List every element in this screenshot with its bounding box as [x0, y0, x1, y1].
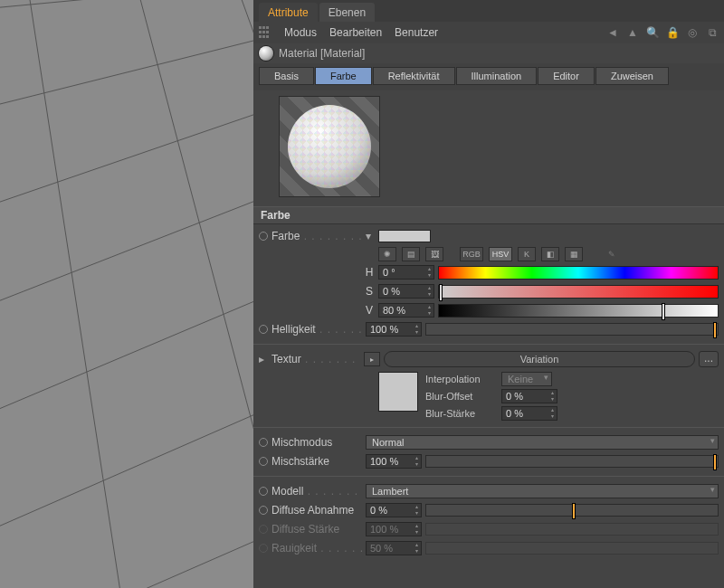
slider-sat[interactable]	[438, 285, 719, 299]
label-s: S	[364, 285, 375, 298]
panel-top-tabs: Attribute Ebenen	[253, 0, 724, 22]
chan-basis[interactable]: Basis	[259, 67, 314, 85]
expand-textur-icon[interactable]: ▸	[259, 353, 268, 365]
slider-diffuse-abnahme[interactable]	[425, 504, 719, 517]
label-v: V	[364, 304, 375, 317]
input-hue[interactable]: 0 °▴▾	[378, 265, 434, 280]
label-blur-offset: Blur-Offset	[425, 391, 496, 402]
svg-line-0	[0, 0, 253, 9]
anim-node-modell[interactable]	[259, 487, 268, 496]
chan-reflektivitaet[interactable]: Reflektivität	[373, 67, 455, 85]
input-helligkeit[interactable]: 100 %▴▾	[366, 322, 422, 337]
svg-line-8	[136, 0, 253, 588]
color-wheel-icon[interactable]: ✺	[378, 247, 396, 261]
slider-rauigkeit	[425, 542, 719, 555]
dropdown-modell[interactable]: Lambert	[366, 484, 719, 498]
label-farbe: Farbe	[272, 230, 362, 242]
section-header-farbe: Farbe	[253, 206, 724, 224]
label-mischstaerke: Mischstärke	[272, 455, 362, 468]
input-mischstaerke[interactable]: 100 %▴▾	[366, 454, 422, 469]
search-icon[interactable]: 🔍	[646, 26, 659, 39]
svg-line-5	[0, 407, 253, 534]
material-preview-row	[253, 90, 724, 206]
mode-kelvin[interactable]: K	[518, 247, 536, 261]
chan-illumination[interactable]: Illumination	[456, 67, 538, 85]
svg-line-2	[0, 109, 253, 208]
input-val[interactable]: 80 %▴▾	[378, 303, 434, 318]
input-diffuse-abnahme[interactable]: 0 %▴▾	[366, 503, 422, 517]
menu-bearbeiten[interactable]: Bearbeiten	[329, 26, 382, 39]
dropdown-mischmodus[interactable]: Normal	[366, 435, 719, 450]
label-diffuse-abnahme: Diffuse Abnahme	[272, 504, 362, 517]
viewport-3d[interactable]	[0, 0, 253, 588]
color-spectrum-icon[interactable]: ▤	[402, 247, 420, 261]
svg-line-7	[27, 0, 127, 588]
menu-modus[interactable]: Modus	[284, 26, 317, 39]
attribute-panel: Attribute Ebenen Modus Bearbeiten Benutz…	[253, 0, 724, 588]
target-icon[interactable]: ◎	[686, 26, 699, 39]
menu-benutzer[interactable]: Benutzer	[395, 26, 438, 39]
label-diffuse-staerke: Diffuse Stärke	[272, 523, 362, 536]
material-preview[interactable]	[279, 96, 380, 197]
viewport-grid	[0, 0, 253, 588]
slider-val[interactable]	[438, 304, 719, 318]
nav-up-icon[interactable]: ▲	[626, 26, 639, 39]
svg-line-1	[0, 36, 253, 109]
svg-line-4	[0, 294, 253, 416]
chan-zuweisen[interactable]: Zuweisen	[595, 67, 669, 85]
anim-node-mischmodus[interactable]	[259, 438, 268, 447]
mode-swatches-icon[interactable]: ▦	[565, 247, 583, 261]
eyedropper-icon[interactable]: ✎	[603, 247, 621, 261]
chan-editor[interactable]: Editor	[538, 67, 595, 85]
anim-node-farbe[interactable]	[259, 232, 268, 241]
expand-farbe-icon[interactable]: ▾	[366, 230, 375, 242]
anim-node-mischstaerke[interactable]	[259, 457, 268, 466]
input-blur-staerke[interactable]: 0 %▴▾	[501, 406, 557, 421]
mode-hsv[interactable]: HSV	[489, 247, 512, 261]
object-header: Material [Material]	[253, 43, 724, 63]
tab-attribute[interactable]: Attribute	[259, 3, 318, 22]
object-title: Material [Material]	[279, 47, 365, 60]
nav-back-icon[interactable]: ◄	[606, 26, 619, 39]
chan-farbe[interactable]: Farbe	[315, 67, 372, 85]
color-picture-icon[interactable]: 🖼	[425, 247, 443, 261]
panel-menu-row: Modus Bearbeiten Benutzer ◄ ▲ 🔍 🔒 ◎ ⧉	[253, 22, 724, 43]
label-modell: Modell	[272, 485, 362, 498]
channel-tabs: Basis Farbe Reflektivität Illumination E…	[253, 63, 724, 90]
preview-sphere-icon	[288, 105, 371, 188]
input-diffuse-staerke: 100 %▴▾	[366, 522, 422, 536]
anim-node-diffuse-staerke	[259, 525, 268, 534]
material-sphere-icon	[259, 46, 273, 61]
label-textur: Textur	[272, 353, 360, 365]
label-rauigkeit: Rauigkeit	[272, 542, 362, 555]
color-mode-row: ✺ ▤ 🖼 RGB HSV K ◧ ▦ ✎	[259, 247, 719, 261]
slider-hue[interactable]	[438, 266, 719, 280]
lock-icon[interactable]: 🔒	[666, 26, 679, 39]
mode-rgb[interactable]: RGB	[460, 247, 483, 261]
texture-browse-button[interactable]: ...	[699, 351, 719, 367]
anim-node-helligkeit[interactable]	[259, 325, 268, 334]
view-mode-icon[interactable]	[259, 26, 272, 39]
label-h: H	[364, 266, 375, 279]
mode-mixer-icon[interactable]: ◧	[541, 247, 559, 261]
dropdown-interpolation[interactable]: Keine	[501, 372, 552, 386]
texture-name-field[interactable]: Variation	[384, 351, 695, 367]
texture-thumb[interactable]	[378, 372, 418, 412]
new-window-icon[interactable]: ⧉	[706, 26, 719, 39]
label-blur-staerke: Blur-Stärke	[425, 408, 496, 419]
slider-mischstaerke[interactable]	[425, 455, 719, 468]
input-blur-offset[interactable]: 0 %▴▾	[501, 389, 557, 403]
anim-node-diffuse-abnahme[interactable]	[259, 506, 268, 515]
label-interpolation: Interpolation	[425, 374, 496, 384]
texture-flyout-button[interactable]: ▸	[364, 352, 380, 366]
tab-ebenen[interactable]: Ebenen	[319, 3, 375, 22]
input-rauigkeit: 50 %▴▾	[366, 541, 422, 555]
label-mischmodus: Mischmodus	[272, 436, 362, 449]
slider-helligkeit[interactable]	[425, 323, 719, 336]
input-sat[interactable]: 0 %▴▾	[378, 284, 434, 299]
color-swatch[interactable]	[378, 230, 431, 242]
svg-line-9	[235, 0, 253, 588]
svg-line-3	[0, 194, 253, 308]
slider-diffuse-staerke	[425, 523, 719, 536]
label-helligkeit: Helligkeit	[272, 323, 362, 336]
